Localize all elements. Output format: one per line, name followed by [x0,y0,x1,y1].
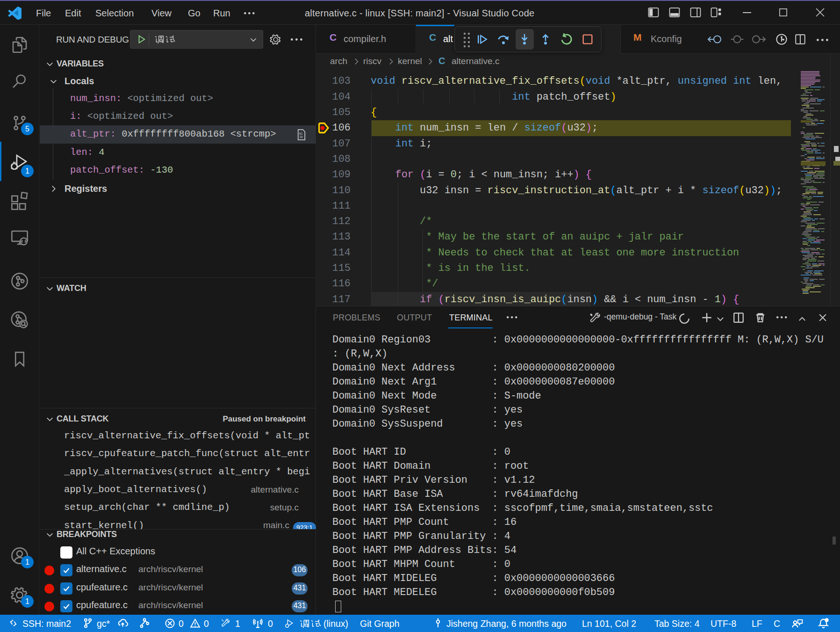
svg-text:10: 10 [299,135,303,139]
